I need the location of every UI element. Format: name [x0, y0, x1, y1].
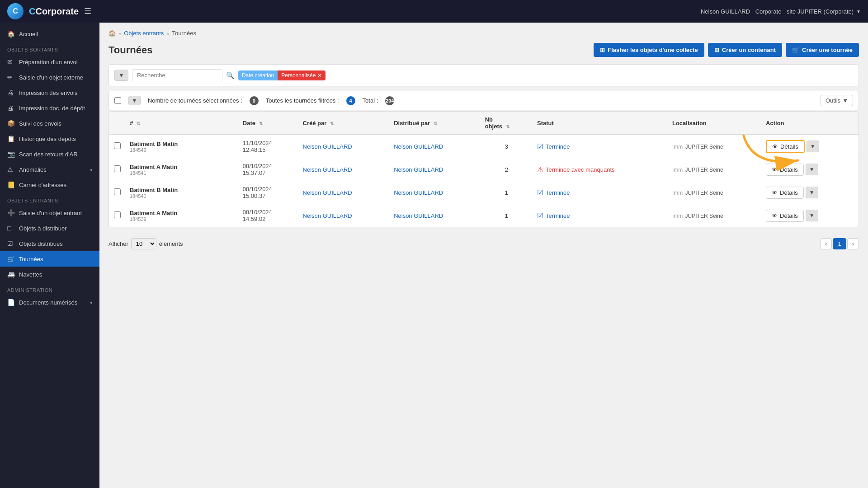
sidebar-label-accueil: Accueil — [19, 31, 38, 38]
row-statut-badge-184543: ☑ Terminée — [537, 142, 570, 151]
sidebar-item-carnet[interactable]: 📒 Carnet d'adresses — [0, 177, 99, 192]
print2-icon: 🖨 — [7, 104, 15, 112]
sidebar-item-historique[interactable]: 📋 Historique des dépôts — [0, 131, 99, 146]
logo-text: CCorporate — [29, 6, 79, 17]
sidebar-item-accueil[interactable]: 🏠 Accueil — [0, 26, 99, 42]
row-name-cell: Batiment A Matin 184541 — [125, 158, 238, 181]
row-distributor-cell-184541: Nelson GUILLARD — [389, 158, 481, 181]
sidebar-item-preparation[interactable]: ✉ Préparation d'un envoi — [0, 54, 99, 70]
row-creator-cell-184541: Nelson GUILLARD — [298, 158, 390, 181]
row-creator-link-184539[interactable]: Nelson GUILLARD — [303, 212, 352, 219]
row-localisation-cell-184543: Imm JUPITER Seine — [668, 135, 761, 158]
sidebar-item-saisie-entrant[interactable]: ➕ Saisie d'un objet entrant — [0, 205, 99, 221]
creer-tournee-icon: 🛒 — [792, 47, 799, 53]
sidebar-label-distribuer: Objets à distribuer — [19, 225, 67, 232]
row-creator-link-184540[interactable]: Nelson GUILLARD — [303, 189, 352, 196]
row-location-184541: Imm JUPITER Seine — [672, 167, 723, 173]
select-all-checkbox[interactable] — [114, 97, 121, 104]
col-nb-objets[interactable]: Nb objets ⇅ — [481, 112, 533, 135]
breadcrumb-home-icon[interactable]: 🏠 — [108, 30, 116, 37]
per-page-select[interactable]: 10 25 50 100 — [131, 238, 156, 249]
selected-count: 0 — [250, 96, 259, 105]
details-button-184540[interactable]: 👁 Détails — [766, 187, 804, 199]
hamburger-icon[interactable]: ☰ — [84, 6, 91, 16]
details-button-184539[interactable]: 👁 Détails — [766, 210, 804, 222]
logo-circle: C — [7, 3, 24, 19]
row-checkbox-184540[interactable] — [114, 188, 121, 195]
sidebar-item-scan-retours[interactable]: 📷 Scan des retours d'AR — [0, 146, 99, 162]
col-check — [109, 112, 125, 135]
nav-left: C CCorporate ☰ — [7, 3, 91, 19]
section-admin: ADMINISTRATION — [0, 282, 99, 295]
row-time-184539: 14:59:02 — [243, 216, 294, 222]
row-date-184539: 08/10/2024 — [243, 209, 294, 216]
action-dropdown-184543[interactable]: ▼ — [807, 141, 819, 152]
pagination-bar: Afficher 10 25 50 100 éléments ‹ 1 › — [108, 235, 859, 253]
breadcrumb-objets-entrants[interactable]: Objets entrants — [124, 30, 164, 37]
search-button[interactable]: 🔍 — [226, 71, 235, 80]
creer-contenant-button[interactable]: ⊞ Créer un contenant — [708, 43, 782, 57]
table-row: Batiment B Matin 184543 11/10/2024 12:48… — [109, 135, 859, 158]
filtered-label: Toutes les tournées filtrées : — [266, 97, 339, 104]
row-statut-badge-184541: ⚠ Terminée avec manquants — [537, 165, 614, 174]
col-statut: Statut — [533, 112, 668, 135]
action-dropdown-184540[interactable]: ▼ — [806, 187, 818, 198]
user-label: Nelson GUILLARD - Corporate - site JUPIT… — [701, 8, 854, 15]
row-distributor-link-184541[interactable]: Nelson GUILLARD — [394, 166, 443, 173]
filter-tag-value[interactable]: Personnalisée ✕ — [278, 70, 326, 80]
location-prefix-184539: Imm — [672, 213, 683, 219]
sidebar-item-navettes[interactable]: 🚐 Navettes — [0, 267, 99, 282]
breadcrumb-tournees: Tournées — [172, 30, 196, 37]
row-distributor-link-184543[interactable]: Nelson GUILLARD — [394, 143, 443, 150]
action-dropdown-184539[interactable]: ▼ — [806, 210, 818, 221]
col-cree-par[interactable]: Créé par ⇅ — [298, 112, 390, 135]
sidebar-item-distribues[interactable]: ☑ Objets distribués — [0, 236, 99, 251]
sidebar-item-impression-depot[interactable]: 🖨 Impression doc. de dépôt — [0, 100, 99, 116]
row-creator-link-184541[interactable]: Nelson GUILLARD — [303, 166, 352, 173]
sidebar-item-impression-envois[interactable]: 🖨 Impression des envois — [0, 85, 99, 100]
sidebar-label-impression-depot: Impression doc. de dépôt — [19, 105, 85, 112]
outils-button[interactable]: Outils ▼ — [821, 95, 853, 106]
row-checkbox-184543[interactable] — [114, 142, 121, 149]
flash-button[interactable]: ⊞ Flasher les objets d'une collecte — [594, 43, 704, 57]
creer-tournee-label: Créer une tournée — [802, 47, 853, 53]
row-distributor-link-184540[interactable]: Nelson GUILLARD — [394, 189, 443, 196]
row-creator-link-184543[interactable]: Nelson GUILLARD — [303, 143, 352, 150]
sidebar-label-scan-retours: Scan des retours d'AR — [19, 151, 78, 158]
row-distributor-link-184539[interactable]: Nelson GUILLARD — [394, 212, 443, 219]
action-dropdown-184541[interactable]: ▼ — [806, 164, 818, 175]
filter-remove-icon[interactable]: ✕ — [317, 72, 322, 79]
row-statut-text-184539: Terminée — [546, 212, 570, 219]
details-button-184541[interactable]: 👁 Détails — [766, 164, 804, 176]
sidebar-label-navettes: Navettes — [19, 271, 42, 278]
col-date[interactable]: Date ⇅ — [238, 112, 298, 135]
page-1-button[interactable]: 1 — [833, 238, 846, 249]
edit-icon: ✏ — [7, 74, 15, 81]
sidebar-item-saisie-externe[interactable]: ✏ Saisie d'un objet externe — [0, 70, 99, 85]
user-menu[interactable]: Nelson GUILLARD - Corporate - site JUPIT… — [701, 8, 861, 15]
sidebar-label-historique: Historique des dépôts — [19, 136, 76, 142]
table-icon: ⊞ — [600, 47, 605, 53]
sidebar-item-distribuer[interactable]: □ Objets à distribuer — [0, 221, 99, 236]
row-checkbox-184541[interactable] — [114, 165, 121, 172]
details-button-184543[interactable]: 👁 Détails — [766, 140, 805, 153]
search-input[interactable] — [132, 69, 222, 81]
next-page-button[interactable]: › — [847, 238, 859, 249]
creer-contenant-icon: ⊞ — [714, 47, 719, 53]
row-id-184541: 184541 — [130, 170, 234, 176]
prev-page-button[interactable]: ‹ — [820, 238, 832, 249]
page-header: Tournées ⊞ Flasher les objets d'une coll… — [108, 43, 859, 57]
row-checkbox-184539[interactable] — [114, 211, 121, 218]
sidebar-item-anomalies[interactable]: ⚠ Anomalies ◂ — [0, 162, 99, 177]
col-distribue-par[interactable]: Distribué par ⇅ — [389, 112, 481, 135]
envelope-icon: ✉ — [7, 58, 15, 66]
col-hash[interactable]: # ⇅ — [125, 112, 238, 135]
sidebar-item-tournees[interactable]: 🛒 Tournées — [0, 251, 99, 267]
creer-tournee-button[interactable]: 🛒 Créer une tournée — [786, 43, 859, 57]
sidebar-item-suivi[interactable]: 📦 Suivi des envois — [0, 116, 99, 131]
logo-name: Corporate — [35, 6, 79, 16]
sidebar-item-docs-num[interactable]: 📄 Documents numérisés ◂ — [0, 295, 99, 310]
select-all-dropdown[interactable]: ▼ — [128, 96, 141, 105]
sidebar-label-saisie-entrant: Saisie d'un objet entrant — [19, 210, 82, 216]
filter-toggle-button[interactable]: ▼ — [114, 70, 128, 81]
